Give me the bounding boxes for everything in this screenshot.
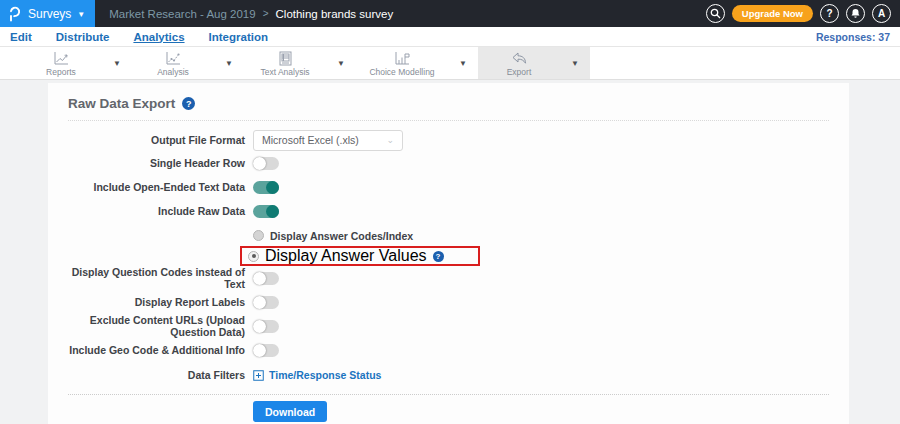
tool-group-export: Export ▼ [478, 47, 590, 79]
display-question-codes-label: Display Question Codes instead of Text [68, 266, 245, 290]
display-report-labels-toggle[interactable] [253, 296, 279, 309]
help-button[interactable]: ? [820, 4, 839, 23]
toggle-knob [253, 157, 266, 170]
divider [68, 394, 829, 395]
output-file-format-select[interactable]: Microsoft Excel (.xls) ⌄ [253, 130, 403, 151]
chevron-down-icon: ⌄ [386, 135, 394, 145]
search-icon [710, 8, 721, 19]
nav-item-distribute[interactable]: Distribute [56, 31, 110, 43]
analytics-toolbar: Reports ▼ Analysis ▼ Text Analysis ▼ [0, 47, 900, 80]
include-open-ended-toggle[interactable] [253, 181, 279, 194]
tool-group-reports: Reports ▼ [20, 47, 132, 79]
bell-icon [850, 8, 861, 19]
tool-group-choice-modelling: Choice Modelling ▼ [356, 47, 478, 79]
divider [68, 120, 829, 121]
answer-codes-radio[interactable] [253, 230, 264, 241]
caret-down-icon: ▼ [225, 59, 233, 68]
search-button[interactable] [706, 4, 725, 23]
answer-values-radio[interactable] [248, 251, 259, 262]
export-arrow-icon [510, 51, 528, 66]
choice-chart-icon [394, 51, 411, 66]
notifications-button[interactable] [846, 4, 865, 23]
tool-analysis-button[interactable]: Analysis [132, 47, 214, 79]
single-header-row-toggle[interactable] [253, 157, 279, 170]
tool-text-analysis-dropdown[interactable]: ▼ [326, 47, 356, 79]
exclude-content-urls-label: Exclude Content URLs (Upload Question Da… [68, 314, 245, 338]
top-bar: Surveys ▼ Market Research - Aug 2019 > C… [0, 0, 900, 27]
toggle-knob [253, 272, 266, 285]
document-text-icon [278, 51, 293, 66]
page-background: Raw Data Export ? Output File Format Mic… [0, 81, 900, 424]
time-response-status-link[interactable]: Time/Response Status [253, 369, 381, 381]
tool-label: Choice Modelling [369, 67, 434, 77]
chevron-down-icon: ▼ [77, 10, 85, 19]
breadcrumb-current: Clothing brands survey [276, 8, 394, 20]
tool-label: Reports [46, 67, 76, 77]
tool-label: Analysis [157, 67, 189, 77]
include-geo-code-toggle[interactable] [253, 344, 279, 357]
tool-export-button[interactable]: Export [478, 47, 560, 79]
output-file-format-label: Output File Format [68, 134, 245, 146]
line-chart-icon [53, 51, 70, 66]
help-icon[interactable]: ? [182, 97, 195, 110]
nav-item-integration[interactable]: Integration [209, 31, 268, 43]
filters-link-label: Time/Response Status [269, 369, 381, 381]
include-raw-data-label: Include Raw Data [68, 205, 245, 217]
tool-label: Export [507, 67, 532, 77]
tool-reports-dropdown[interactable]: ▼ [102, 47, 132, 79]
data-filters-label: Data Filters [68, 369, 245, 381]
toggle-knob [253, 344, 266, 357]
caret-down-icon: ▼ [337, 59, 345, 68]
include-open-ended-label: Include Open-Ended Text Data [68, 181, 245, 193]
breadcrumb-parent[interactable]: Market Research - Aug 2019 [109, 8, 255, 20]
scatter-chart-icon [165, 51, 182, 66]
app-window: Surveys ▼ Market Research - Aug 2019 > C… [0, 0, 900, 424]
upgrade-now-button[interactable]: Upgrade Now [732, 5, 813, 22]
tool-label: Text Analysis [260, 67, 309, 77]
breadcrumb-separator: > [263, 8, 269, 19]
tool-choice-modelling-button[interactable]: Choice Modelling [356, 47, 448, 79]
surveys-app-menu[interactable]: Surveys ▼ [0, 0, 95, 27]
tool-analysis-dropdown[interactable]: ▼ [214, 47, 244, 79]
display-report-labels-label: Display Report Labels [68, 296, 245, 308]
highlight-box: Display Answer Values ? [240, 246, 480, 266]
caret-down-icon: ▼ [571, 59, 579, 68]
tool-export-dropdown[interactable]: ▼ [560, 47, 590, 79]
tool-reports-button[interactable]: Reports [20, 47, 102, 79]
nav-item-analytics[interactable]: Analytics [133, 31, 184, 43]
display-question-codes-toggle[interactable] [253, 272, 279, 285]
answer-codes-label: Display Answer Codes/Index [270, 230, 413, 242]
responses-count[interactable]: Responses: 37 [816, 31, 890, 43]
single-header-row-label: Single Header Row [68, 157, 245, 169]
include-geo-code-label: Include Geo Code & Additional Info [68, 344, 245, 356]
caret-down-icon: ▼ [113, 59, 121, 68]
nav-item-edit[interactable]: Edit [10, 31, 32, 43]
tool-group-analysis: Analysis ▼ [132, 47, 244, 79]
plus-square-icon [253, 370, 264, 381]
toggle-knob [253, 296, 266, 309]
answer-values-label: Display Answer Values [265, 247, 427, 265]
breadcrumb: Market Research - Aug 2019 > Clothing br… [109, 8, 393, 20]
exclude-content-urls-toggle[interactable] [253, 320, 279, 333]
topbar-actions: Upgrade Now ? A [706, 4, 900, 23]
toggle-knob [253, 320, 266, 333]
surveys-menu-label: Surveys [28, 7, 71, 21]
answer-codes-option[interactable]: Display Answer Codes/Index [253, 227, 829, 244]
select-value: Microsoft Excel (.xls) [262, 134, 386, 146]
raw-data-export-panel: Raw Data Export ? Output File Format Mic… [48, 83, 849, 424]
toggle-knob [266, 205, 279, 218]
section-nav: Edit Distribute Analytics Integration Re… [0, 27, 900, 47]
help-icon[interactable]: ? [433, 251, 444, 262]
caret-down-icon: ▼ [459, 59, 467, 68]
avatar[interactable]: A [872, 4, 891, 23]
toggle-knob [266, 181, 279, 194]
tool-group-text-analysis: Text Analysis ▼ [244, 47, 356, 79]
tool-choice-modelling-dropdown[interactable]: ▼ [448, 47, 478, 79]
export-settings-form: Output File Format Microsoft Excel (.xls… [68, 129, 829, 422]
tool-text-analysis-button[interactable]: Text Analysis [244, 47, 326, 79]
page-title: Raw Data Export [68, 96, 175, 111]
questionpro-logo [6, 6, 22, 22]
include-raw-data-toggle[interactable] [253, 205, 279, 218]
download-button[interactable]: Download [253, 401, 327, 422]
